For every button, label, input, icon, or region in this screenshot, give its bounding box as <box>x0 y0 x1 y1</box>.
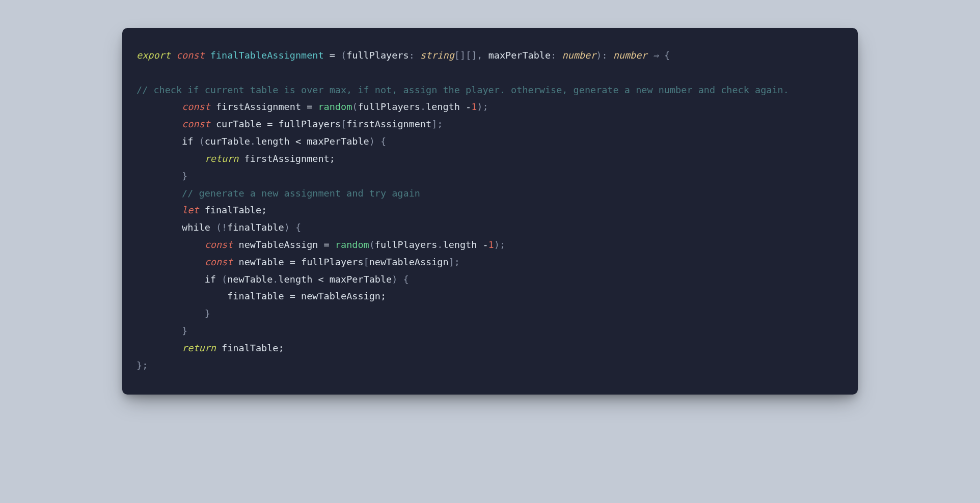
punct-bracket: [ <box>341 119 346 129</box>
punct-brackets: [][] <box>454 50 477 61</box>
keyword-return: return <box>205 153 239 164</box>
property-name: length <box>256 136 290 147</box>
type-name: number <box>562 50 596 61</box>
code-content: export const finalTableAssignment = (ful… <box>137 50 789 371</box>
return-type: number <box>613 50 647 61</box>
index-var: firstAssignment <box>346 119 431 129</box>
operator-minus: - <box>477 239 488 250</box>
punct-brace: { <box>664 50 670 61</box>
punct-close: ); <box>494 239 505 250</box>
keyword-return: return <box>182 343 216 353</box>
punct-colon: : <box>602 50 613 61</box>
operator-lt: < <box>312 274 329 285</box>
var-name: newTableAssign <box>233 239 323 250</box>
operator-eq: = <box>267 119 278 129</box>
param-name: maxPerTable <box>488 50 551 61</box>
punct-close: ) { <box>392 274 409 285</box>
keyword-const: const <box>182 101 210 112</box>
punct-close: ); <box>477 101 488 112</box>
index-var: newTableAssign <box>369 257 449 267</box>
punct-dot: . <box>420 101 426 112</box>
punct-open: ( <box>193 136 204 147</box>
number-literal: 1 <box>471 101 477 112</box>
operator-eq: = <box>324 239 335 250</box>
punct-dot: . <box>437 239 443 250</box>
return-value: firstAssignment; <box>238 153 335 164</box>
property-name: length <box>278 274 312 285</box>
var-name: finalTable <box>227 291 290 301</box>
punct-brace: }; <box>137 360 148 371</box>
keyword-export: export <box>137 50 171 61</box>
type-name: string <box>420 50 454 61</box>
comment-line: // generate a new assignment and try aga… <box>182 188 420 199</box>
param-name: fullPlayers <box>346 50 409 61</box>
object-name: fullPlayers <box>278 119 341 129</box>
punct-bracket: [ <box>364 257 369 267</box>
punct-open: ( <box>369 239 375 250</box>
return-value: finalTable; <box>216 343 284 353</box>
object-name: fullPlayers <box>301 257 364 267</box>
keyword-if: if <box>182 136 193 147</box>
object-name: fullPlayers <box>358 101 420 112</box>
punct-open: ( <box>216 274 227 285</box>
code-snippet-card: export const finalTableAssignment = (ful… <box>122 28 858 395</box>
var-name: firstAssignment <box>210 101 307 112</box>
punct-brace: } <box>182 325 187 336</box>
punct-close: ]; <box>431 119 443 129</box>
var-name: maxPerTable <box>330 274 392 285</box>
punct-dot: . <box>250 136 256 147</box>
object-name: fullPlayers <box>375 239 438 250</box>
punct-close: ) { <box>369 136 386 147</box>
keyword-const: const <box>182 119 210 129</box>
var-name: finalTable; <box>199 205 267 215</box>
keyword-while: while <box>182 222 210 233</box>
keyword-let: let <box>182 205 199 215</box>
object-name: curTable <box>205 136 250 147</box>
keyword-const: const <box>205 257 233 267</box>
operator-eq: = <box>290 291 301 301</box>
var-name: newTable <box>233 257 289 267</box>
var-name: curTable <box>210 119 267 129</box>
punct-close: ) <box>596 50 602 61</box>
operator-eq: = <box>290 257 301 267</box>
punct-brace: } <box>182 171 187 181</box>
number-literal: 1 <box>488 239 494 250</box>
arrow-icon: ⇒ <box>647 50 664 61</box>
keyword-if: if <box>205 274 216 285</box>
punct-colon: : <box>409 50 420 61</box>
var-name: newTableAssign; <box>301 291 386 301</box>
property-name: length <box>443 239 477 250</box>
operator-eq: = <box>307 101 318 112</box>
function-call: random <box>335 239 369 250</box>
keyword-const: const <box>176 50 205 61</box>
punct-close: ]; <box>449 257 460 267</box>
object-name: newTable <box>227 274 273 285</box>
punct-open: ( <box>352 101 358 112</box>
comment-line: // check if current table is over max, i… <box>137 85 789 95</box>
punct-colon: : <box>551 50 562 61</box>
function-call: random <box>318 101 352 112</box>
code-text: = <box>324 50 341 61</box>
operator-lt: < <box>290 136 307 147</box>
operator-minus: - <box>460 101 471 112</box>
punct-comma: , <box>477 50 488 61</box>
property-name: length <box>426 101 460 112</box>
punct-brace: } <box>205 308 210 319</box>
punct-dot: . <box>273 274 278 285</box>
punct-open: (! <box>210 222 227 233</box>
var-name: maxPerTable <box>307 136 369 147</box>
punct-open: ( <box>341 50 346 61</box>
var-name: finalTable <box>227 222 284 233</box>
punct-close: ) { <box>284 222 301 233</box>
code-block[interactable]: export const finalTableAssignment = (ful… <box>137 47 843 374</box>
function-name: finalTableAssignment <box>210 50 324 61</box>
keyword-const: const <box>205 239 233 250</box>
